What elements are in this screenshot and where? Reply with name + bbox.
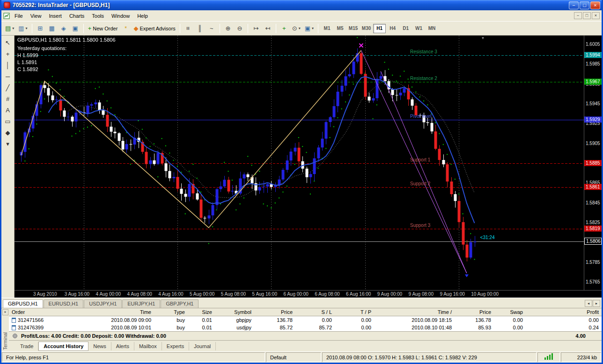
column-header-symbol[interactable]: Symbol [215,308,254,316]
minimize-button[interactable]: − [569,1,579,9]
menu-insert[interactable]: Insert [45,11,66,21]
cell-size: 0.01 [188,324,215,331]
market-watch-button[interactable]: ⊞ [35,23,46,34]
terminal-tab-mailbox[interactable]: Mailbox [134,342,162,350]
status-profile[interactable]: Default [266,352,321,362]
timeframe-h4-button[interactable]: H4 [386,24,399,33]
connection-signal-icon [537,352,560,362]
crosshair-tool[interactable]: + [3,49,13,59]
tabs-scroll-left-button[interactable]: ◂ [585,300,592,307]
terminal-tab-account-history[interactable]: Account History [38,342,88,351]
metaeditor-button[interactable]: * [120,23,131,34]
mdi-restore-button[interactable]: □ [583,12,591,19]
cell-t-p: 0.00 [335,316,374,324]
periods-button[interactable]: ⊙▾ [290,23,302,34]
horizontal-line-tool[interactable]: ─ [3,72,13,81]
menu-view[interactable]: View [27,11,45,21]
templates-button[interactable]: ▣▾ [303,23,316,34]
timeframe-mn-button[interactable]: MN [426,24,438,33]
new-order-button[interactable]: +New Order [86,23,120,34]
trendline-tool[interactable]: ╱ [3,83,13,93]
column-header-time[interactable]: Time / [374,308,455,316]
tabs-scroll-right-button[interactable]: ▸ [593,300,600,307]
zoom-in-icon: ⊕ [225,25,230,31]
toolbar: ▤▾▥▾⊞▦◈▣+New Order*◆Expert Advisors≡║~⊕⊖… [1,22,602,36]
chart-tab-gbpjpy-h1[interactable]: GBPJPY,H1 [161,299,199,308]
chevron-down-icon: ▾ [12,26,14,30]
mdi-close-button[interactable]: × [592,12,600,19]
timeframe-m30-button[interactable]: M30 [360,24,373,33]
cell-price: 136.78 [254,316,295,324]
maximize-button[interactable]: □ [580,1,589,9]
candlestick-chart-button[interactable]: ║ [194,23,206,34]
terminal-tab-alerts[interactable]: Alerts [111,342,134,350]
column-header-type[interactable]: Type [154,308,188,316]
chart-tab-eurjpy-h1[interactable]: EURJPY,H1 [122,299,160,308]
chart-plot[interactable]: GBPUSD,H1 1.5801 1.5811 1.5800 1.5806 Ye… [15,36,584,290]
toolbar-separator [248,24,248,33]
price-scale[interactable]: 1.60051.59851.59651.59451.59251.59051.58… [584,36,602,290]
indicators-button[interactable]: + [279,23,290,34]
terminal-close-button[interactable]: × [2,309,8,315]
shapes-tool[interactable]: ◆ [3,128,13,138]
expert-advisors-button[interactable]: ◆Expert Advisors [132,23,177,34]
terminal-toggle-button[interactable]: ▣ [70,23,81,34]
history-row-2[interactable]: 3124763992010.08.09 10:01buy0.01usdjpy85… [9,324,602,331]
chart-tab-gbpusd-h1[interactable]: GBPUSD,H1 [3,299,43,308]
timeframe-w1-button[interactable]: W1 [412,24,425,33]
history-row-1[interactable]: 3124715662010.08.09 09:00buy0.01gbpjpy13… [9,316,602,324]
column-header-size[interactable]: Size [188,308,215,316]
periods-icon: ⊙ [292,25,297,31]
chart-canvas[interactable] [15,36,584,290]
terminal-tab-journal[interactable]: Journal [189,342,216,350]
close-button[interactable]: × [590,1,600,9]
terminal-tab-experts[interactable]: Experts [162,342,189,350]
menu-charts[interactable]: Charts [66,11,88,21]
timeframe-d1-button[interactable]: D1 [399,24,412,33]
chevron-down-icon: ▾ [312,26,314,30]
app-icon [4,2,10,8]
order-doc-icon [12,325,16,330]
data-window-button[interactable]: ▦ [46,23,58,34]
terminal-tab-trade[interactable]: Trade [15,342,38,350]
column-header-price[interactable]: Price [455,308,494,316]
text-tool[interactable]: A [3,105,13,115]
time-axis[interactable]: 3 Aug 20103 Aug 16:004 Aug 00:004 Aug 08… [15,290,602,298]
timeframe-m5-button[interactable]: M5 [334,24,346,33]
timeframe-m15-button[interactable]: M15 [347,24,360,33]
auto-scroll-button[interactable]: ↦ [250,23,262,34]
menu-help[interactable]: Help [133,11,152,21]
chart-tab-eurusd-h1[interactable]: EURUSD,H1 [44,299,84,308]
terminal-tab-news[interactable]: News [88,342,111,350]
column-header-time[interactable]: Time [61,308,154,316]
more-tools-tool[interactable]: ▾ [3,139,13,149]
column-header-price[interactable]: Price [254,308,295,316]
fibonacci-tool[interactable]: # [3,94,13,104]
bar-chart-button[interactable]: ≡ [183,23,194,34]
cursor-tool[interactable]: ↖ [3,38,13,48]
timeframe-m1-button[interactable]: M1 [321,24,333,33]
column-header-s-l[interactable]: S / L [295,308,335,316]
column-header-order[interactable]: Order [9,308,61,316]
label-tool[interactable]: ▭ [3,116,13,126]
menu-tools[interactable]: Tools [88,11,108,21]
chart-shift-button[interactable]: ↤ [262,23,273,34]
navigator-button[interactable]: ◈ [58,23,69,34]
chart-shift-marker[interactable]: ▼ [481,36,485,40]
expert-advisors-icon: ◆ [133,25,138,31]
chart-tab-usdjpy-h1[interactable]: USDJPY,H1 [84,299,122,308]
line-chart-button[interactable]: ~ [206,23,217,34]
menu-file[interactable]: File [11,11,27,21]
candlestick-chart-icon: ║ [198,25,202,31]
zoom-in-button[interactable]: ⊕ [222,23,234,34]
profiles-button[interactable]: ▥▾ [16,23,29,34]
vertical-line-tool[interactable]: │ [3,60,13,70]
column-header-t-p[interactable]: T / P [335,308,374,316]
column-header-profit[interactable]: Profit [526,308,602,316]
zoom-out-button[interactable]: ⊖ [234,23,245,34]
mdi-minimize-button[interactable]: − [574,12,582,19]
timeframe-h1-button[interactable]: H1 [373,24,386,33]
menu-window[interactable]: Window [108,11,133,21]
column-header-swap[interactable]: Swap [494,308,526,316]
new-chart-button[interactable]: ▤▾ [3,23,16,34]
